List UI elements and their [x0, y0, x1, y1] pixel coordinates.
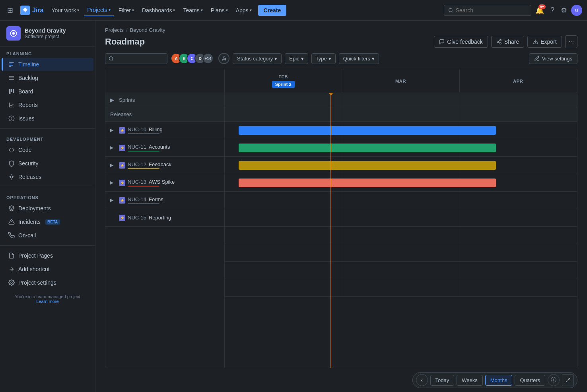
- nav-filter[interactable]: Filter ▾: [115, 5, 137, 16]
- sidebar-item-project-settings[interactable]: Project settings: [2, 276, 93, 289]
- jira-logo[interactable]: Jira: [17, 6, 47, 15]
- issues-search-input[interactable]: [116, 56, 164, 62]
- gantt-bar-nuc13[interactable]: [239, 179, 496, 187]
- code-icon: [8, 146, 15, 153]
- sidebar-item-incidents[interactable]: Incidents BETA: [2, 215, 93, 228]
- issue-row-nuc11[interactable]: ▶ ⚡ NUC-11 Accounts: [105, 139, 224, 157]
- timeline-controls: ‹ Today Weeks Months Quarters ⓘ: [412, 372, 577, 388]
- sidebar-item-reports[interactable]: Reports: [2, 99, 93, 111]
- grid-icon[interactable]: ⊞: [5, 4, 16, 17]
- sidebar-item-oncall[interactable]: On-call: [2, 229, 93, 242]
- learn-more-link[interactable]: Learn more: [36, 299, 58, 304]
- section-label-planning: PLANNING: [0, 47, 95, 58]
- add-shortcut-icon: [8, 266, 15, 273]
- expand-fullscreen-button[interactable]: [562, 374, 574, 386]
- expand-sprints-button[interactable]: ▶: [110, 97, 117, 103]
- give-feedback-button[interactable]: Give feedback: [434, 36, 488, 48]
- oncall-icon: [8, 232, 15, 239]
- timeline-row-nuc14[interactable]: [225, 192, 577, 209]
- svg-rect-10: [9, 89, 10, 94]
- sidebar-item-add-shortcut[interactable]: Add shortcut: [2, 263, 93, 276]
- timeline-body: [225, 93, 577, 368]
- nav-teams[interactable]: Teams ▾: [180, 5, 206, 16]
- notifications-button[interactable]: 🔔 9+: [533, 4, 546, 17]
- sidebar-item-project-pages[interactable]: Project Pages: [2, 249, 93, 262]
- nav-actions: 🔔 9+ ? ⚙ U: [533, 4, 582, 17]
- add-user-button[interactable]: [218, 53, 229, 64]
- help-button[interactable]: ?: [548, 4, 557, 17]
- settings-button[interactable]: ⚙: [558, 4, 570, 17]
- gantt-bar-nuc10[interactable]: [239, 126, 496, 135]
- toolbar-search[interactable]: [105, 53, 167, 64]
- breadcrumb-beyond-gravity[interactable]: Beyond Gravity: [130, 27, 165, 33]
- issue-row-nuc13[interactable]: ▶ ⚡ NUC-13 AWS Spike: [105, 174, 224, 192]
- user-avatar[interactable]: U: [571, 5, 582, 16]
- timeline-row-nuc12[interactable]: [225, 157, 577, 174]
- prev-button[interactable]: ‹: [416, 374, 428, 386]
- view-settings-button[interactable]: View settings: [529, 53, 577, 64]
- timeline-row-nuc11[interactable]: [225, 139, 577, 157]
- expand-issue-button[interactable]: ▶: [110, 145, 117, 150]
- issue-row-nuc10[interactable]: ▶ ⚡ NUC-10 Billing: [105, 122, 224, 139]
- sidebar-item-timeline[interactable]: Timeline: [2, 58, 93, 71]
- chevron-down-icon: ▾: [274, 56, 277, 62]
- svg-rect-5: [9, 65, 13, 65]
- breadcrumb: Projects / Beyond Gravity: [105, 27, 577, 33]
- more-options-button[interactable]: ···: [565, 35, 577, 48]
- timeline-row-nuc10[interactable]: [225, 122, 577, 139]
- gantt-bar-nuc11[interactable]: [239, 144, 496, 152]
- nav-plans[interactable]: Plans ▾: [208, 5, 231, 16]
- gantt-bar-nuc12[interactable]: [239, 161, 496, 170]
- share-button[interactable]: Share: [491, 36, 524, 48]
- timeline-row-nuc13[interactable]: [225, 174, 577, 192]
- timeline-empty-row: [225, 262, 577, 279]
- expand-issue-button[interactable]: ▶: [110, 128, 117, 133]
- create-button[interactable]: Create: [258, 5, 287, 16]
- issue-row-nuc12[interactable]: ▶ ⚡ NUC-12 Feedback: [105, 157, 224, 174]
- epic-icon: ⚡: [119, 215, 125, 221]
- chevron-down-icon: ▾: [109, 8, 111, 12]
- sidebar-item-board[interactable]: Board: [2, 85, 93, 98]
- nav-projects[interactable]: Projects ▾: [84, 4, 114, 16]
- quick-filters-filter[interactable]: Quick filters ▾: [339, 53, 379, 64]
- quarters-button[interactable]: Quarters: [515, 375, 545, 386]
- issue-row-nuc15[interactable]: ⚡ NUC-15 Reporting: [105, 209, 224, 227]
- expand-issue-button[interactable]: ▶: [110, 198, 117, 203]
- svg-rect-6: [9, 66, 11, 67]
- sidebar-item-code[interactable]: Code: [2, 144, 93, 156]
- search-input[interactable]: [456, 7, 527, 14]
- today-button[interactable]: Today: [430, 375, 455, 386]
- chevron-down-icon: ▾: [301, 56, 304, 62]
- type-filter[interactable]: Type ▾: [311, 53, 336, 64]
- months-button[interactable]: Months: [485, 375, 513, 386]
- expand-issue-button[interactable]: ▶: [110, 163, 117, 168]
- timeline-col-feb: [225, 107, 342, 121]
- nav-dashboards[interactable]: Dashboards ▾: [139, 5, 179, 16]
- gantt-inner: ▶ Sprints Releases ▶ ⚡ NUC-10: [105, 69, 577, 368]
- avatar-group[interactable]: A B C D +14: [171, 53, 214, 64]
- sidebar-item-security[interactable]: Security: [2, 157, 93, 170]
- epic-icon: ⚡: [119, 180, 125, 186]
- epic-filter[interactable]: Epic ▾: [285, 53, 308, 64]
- issue-row-nuc14[interactable]: ▶ ⚡ NUC-14 Forms: [105, 192, 224, 209]
- settings-icon: [534, 56, 540, 61]
- nav-apps[interactable]: Apps ▾: [233, 5, 255, 16]
- nav-your-work[interactable]: Your work ▾: [48, 5, 82, 16]
- avatar-more[interactable]: +14: [202, 53, 214, 64]
- search-box[interactable]: [444, 5, 531, 16]
- status-category-filter[interactable]: Status category ▾: [233, 53, 282, 64]
- weeks-button[interactable]: Weeks: [457, 375, 483, 386]
- breadcrumb-projects[interactable]: Projects: [105, 27, 124, 33]
- sidebar-item-issues[interactable]: Issues: [2, 112, 93, 125]
- export-button[interactable]: Export: [527, 36, 562, 48]
- sidebar-item-backlog[interactable]: Backlog: [2, 72, 93, 84]
- content-header: Projects / Beyond Gravity Roadmap Give f…: [95, 21, 587, 48]
- svg-point-22: [497, 41, 499, 43]
- sidebar-item-releases[interactable]: Releases: [2, 171, 93, 183]
- info-button[interactable]: ⓘ: [548, 374, 560, 386]
- sidebar-footer: You're in a team-managed project Learn m…: [0, 289, 95, 305]
- timeline-row-nuc15[interactable]: [225, 209, 577, 227]
- page-title: Roadmap: [105, 37, 145, 47]
- expand-issue-button[interactable]: ▶: [110, 180, 117, 185]
- sidebar-item-deployments[interactable]: Deployments: [2, 202, 93, 215]
